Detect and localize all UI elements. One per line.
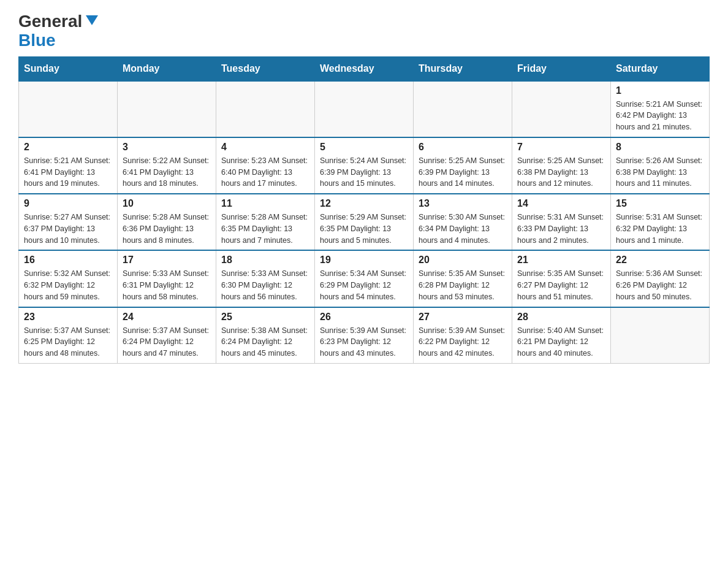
header-wednesday: Wednesday: [315, 56, 414, 81]
calendar-cell: 15Sunrise: 5:31 AM Sunset: 6:32 PM Dayli…: [611, 194, 710, 250]
logo: General Blue: [18, 12, 100, 50]
calendar-cell: 26Sunrise: 5:39 AM Sunset: 6:23 PM Dayli…: [315, 307, 414, 364]
calendar-cell: 1Sunrise: 5:21 AM Sunset: 6:42 PM Daylig…: [611, 81, 710, 137]
day-number: 11: [221, 198, 309, 209]
calendar-cell: 11Sunrise: 5:28 AM Sunset: 6:35 PM Dayli…: [216, 194, 315, 250]
day-number: 8: [616, 142, 704, 153]
calendar-cell: [414, 81, 512, 137]
calendar-week-row: 1Sunrise: 5:21 AM Sunset: 6:42 PM Daylig…: [19, 81, 710, 137]
day-info: Sunrise: 5:32 AM Sunset: 6:32 PM Dayligh…: [24, 268, 112, 302]
day-info: Sunrise: 5:28 AM Sunset: 6:36 PM Dayligh…: [123, 212, 211, 246]
day-number: 9: [24, 198, 112, 209]
logo-general-text: General: [18, 12, 82, 31]
calendar-cell: 6Sunrise: 5:25 AM Sunset: 6:39 PM Daylig…: [414, 137, 512, 194]
day-info: Sunrise: 5:40 AM Sunset: 6:21 PM Dayligh…: [517, 325, 605, 359]
calendar-cell: 2Sunrise: 5:21 AM Sunset: 6:41 PM Daylig…: [19, 137, 118, 194]
calendar-cell: [216, 81, 315, 137]
day-number: 10: [123, 198, 211, 209]
logo-arrow-icon: [83, 12, 100, 29]
calendar-week-row: 23Sunrise: 5:37 AM Sunset: 6:25 PM Dayli…: [19, 307, 710, 364]
day-info: Sunrise: 5:22 AM Sunset: 6:41 PM Dayligh…: [123, 155, 211, 190]
calendar-week-row: 9Sunrise: 5:27 AM Sunset: 6:37 PM Daylig…: [19, 194, 710, 250]
calendar-cell: 12Sunrise: 5:29 AM Sunset: 6:35 PM Dayli…: [315, 194, 414, 250]
calendar-header-row: Sunday Monday Tuesday Wednesday Thursday…: [19, 56, 710, 81]
calendar-cell: 27Sunrise: 5:39 AM Sunset: 6:22 PM Dayli…: [414, 307, 512, 364]
calendar-cell: 24Sunrise: 5:37 AM Sunset: 6:24 PM Dayli…: [118, 307, 216, 364]
day-info: Sunrise: 5:30 AM Sunset: 6:34 PM Dayligh…: [419, 212, 507, 246]
calendar-cell: 22Sunrise: 5:36 AM Sunset: 6:26 PM Dayli…: [611, 250, 710, 307]
day-number: 18: [221, 255, 309, 266]
day-info: Sunrise: 5:23 AM Sunset: 6:40 PM Dayligh…: [221, 155, 309, 190]
calendar-cell: 17Sunrise: 5:33 AM Sunset: 6:31 PM Dayli…: [118, 250, 216, 307]
calendar-week-row: 16Sunrise: 5:32 AM Sunset: 6:32 PM Dayli…: [19, 250, 710, 307]
day-number: 23: [24, 312, 112, 323]
calendar-cell: 18Sunrise: 5:33 AM Sunset: 6:30 PM Dayli…: [216, 250, 315, 307]
day-number: 22: [616, 255, 704, 266]
calendar-cell: 9Sunrise: 5:27 AM Sunset: 6:37 PM Daylig…: [19, 194, 118, 250]
day-info: Sunrise: 5:33 AM Sunset: 6:31 PM Dayligh…: [123, 268, 211, 302]
day-number: 26: [320, 312, 408, 323]
calendar-cell: 7Sunrise: 5:25 AM Sunset: 6:38 PM Daylig…: [512, 137, 611, 194]
day-info: Sunrise: 5:27 AM Sunset: 6:37 PM Dayligh…: [24, 212, 112, 246]
day-number: 19: [320, 255, 408, 266]
logo-blue-text: Blue: [18, 31, 100, 50]
day-info: Sunrise: 5:31 AM Sunset: 6:32 PM Dayligh…: [616, 212, 704, 246]
day-info: Sunrise: 5:34 AM Sunset: 6:29 PM Dayligh…: [320, 268, 408, 302]
day-number: 24: [123, 312, 211, 323]
day-number: 7: [517, 142, 605, 153]
header-monday: Monday: [118, 56, 216, 81]
day-number: 25: [221, 312, 309, 323]
calendar-cell: [19, 81, 118, 137]
day-info: Sunrise: 5:39 AM Sunset: 6:22 PM Dayligh…: [419, 325, 507, 359]
day-number: 12: [320, 198, 408, 209]
day-info: Sunrise: 5:36 AM Sunset: 6:26 PM Dayligh…: [616, 268, 704, 302]
day-info: Sunrise: 5:24 AM Sunset: 6:39 PM Dayligh…: [320, 155, 408, 190]
calendar-cell: 16Sunrise: 5:32 AM Sunset: 6:32 PM Dayli…: [19, 250, 118, 307]
day-number: 15: [616, 198, 704, 209]
day-info: Sunrise: 5:21 AM Sunset: 6:41 PM Dayligh…: [24, 155, 112, 190]
calendar-cell: 13Sunrise: 5:30 AM Sunset: 6:34 PM Dayli…: [414, 194, 512, 250]
day-info: Sunrise: 5:21 AM Sunset: 6:42 PM Dayligh…: [616, 99, 704, 133]
calendar-cell: [118, 81, 216, 137]
day-number: 21: [517, 255, 605, 266]
day-info: Sunrise: 5:26 AM Sunset: 6:38 PM Dayligh…: [616, 155, 704, 190]
calendar-week-row: 2Sunrise: 5:21 AM Sunset: 6:41 PM Daylig…: [19, 137, 710, 194]
calendar-cell: 21Sunrise: 5:35 AM Sunset: 6:27 PM Dayli…: [512, 250, 611, 307]
calendar-cell: 4Sunrise: 5:23 AM Sunset: 6:40 PM Daylig…: [216, 137, 315, 194]
calendar-cell: 10Sunrise: 5:28 AM Sunset: 6:36 PM Dayli…: [118, 194, 216, 250]
calendar-cell: 25Sunrise: 5:38 AM Sunset: 6:24 PM Dayli…: [216, 307, 315, 364]
calendar-table: Sunday Monday Tuesday Wednesday Thursday…: [18, 56, 710, 364]
day-number: 2: [24, 142, 112, 153]
day-number: 6: [419, 142, 507, 153]
day-number: 5: [320, 142, 408, 153]
calendar-cell: 5Sunrise: 5:24 AM Sunset: 6:39 PM Daylig…: [315, 137, 414, 194]
day-number: 16: [24, 255, 112, 266]
day-info: Sunrise: 5:37 AM Sunset: 6:24 PM Dayligh…: [123, 325, 211, 359]
calendar-cell: 14Sunrise: 5:31 AM Sunset: 6:33 PM Dayli…: [512, 194, 611, 250]
day-info: Sunrise: 5:25 AM Sunset: 6:39 PM Dayligh…: [419, 155, 507, 190]
calendar-cell: [512, 81, 611, 137]
day-info: Sunrise: 5:29 AM Sunset: 6:35 PM Dayligh…: [320, 212, 408, 246]
svg-marker-0: [86, 15, 98, 25]
day-info: Sunrise: 5:25 AM Sunset: 6:38 PM Dayligh…: [517, 155, 605, 190]
day-info: Sunrise: 5:38 AM Sunset: 6:24 PM Dayligh…: [221, 325, 309, 359]
header-friday: Friday: [512, 56, 611, 81]
calendar-cell: 3Sunrise: 5:22 AM Sunset: 6:41 PM Daylig…: [118, 137, 216, 194]
day-info: Sunrise: 5:28 AM Sunset: 6:35 PM Dayligh…: [221, 212, 309, 246]
day-number: 13: [419, 198, 507, 209]
day-info: Sunrise: 5:31 AM Sunset: 6:33 PM Dayligh…: [517, 212, 605, 246]
header-thursday: Thursday: [414, 56, 512, 81]
header-sunday: Sunday: [19, 56, 118, 81]
day-info: Sunrise: 5:35 AM Sunset: 6:28 PM Dayligh…: [419, 268, 507, 302]
day-number: 14: [517, 198, 605, 209]
header-saturday: Saturday: [611, 56, 710, 81]
logo: General Blue: [18, 12, 100, 50]
calendar-cell: 20Sunrise: 5:35 AM Sunset: 6:28 PM Dayli…: [414, 250, 512, 307]
calendar-cell: 8Sunrise: 5:26 AM Sunset: 6:38 PM Daylig…: [611, 137, 710, 194]
header-tuesday: Tuesday: [216, 56, 315, 81]
day-number: 1: [616, 85, 704, 96]
calendar-cell: 19Sunrise: 5:34 AM Sunset: 6:29 PM Dayli…: [315, 250, 414, 307]
day-number: 17: [123, 255, 211, 266]
day-number: 3: [123, 142, 211, 153]
day-info: Sunrise: 5:35 AM Sunset: 6:27 PM Dayligh…: [517, 268, 605, 302]
